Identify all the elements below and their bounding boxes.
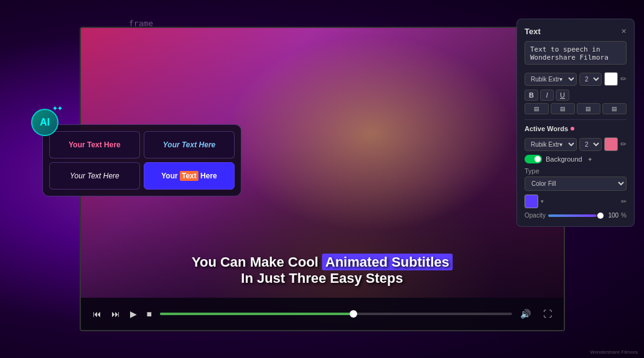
align-row: ▤ ▤ ▤ ▤ [525, 103, 627, 114]
style-item-4-pre: Your [161, 172, 180, 180]
align-right-button[interactable]: ▤ [577, 103, 601, 114]
text-panel: Text ✕ Text to speech in Wondershare Fil… [516, 19, 635, 227]
bg-toggle-label: Background [546, 155, 582, 163]
opacity-filled [548, 214, 596, 217]
opacity-percent: % [621, 212, 627, 219]
pencil-icon[interactable]: ✏ [621, 198, 627, 206]
ai-label: AI [40, 117, 50, 128]
color-row: ▾ ✏ [525, 195, 627, 208]
bg-color-picker[interactable] [525, 195, 538, 208]
opacity-row: Opacity 100 % [525, 212, 627, 219]
font-select-2[interactable]: Rubik Extr▾ [525, 138, 577, 151]
style-item-4-highlight: Text [180, 171, 198, 181]
progress-filled [160, 313, 353, 315]
opacity-slider[interactable] [548, 214, 601, 217]
opacity-label: Opacity [525, 212, 546, 219]
active-words-color-picker[interactable] [604, 137, 618, 151]
fullscreen-button[interactable]: ⛶ [541, 307, 554, 321]
style-item-2-label: Your Text Here [163, 140, 215, 149]
type-label: Type [525, 167, 627, 175]
opacity-thumb[interactable] [597, 213, 604, 219]
style-item-3[interactable]: Your Text Here [49, 162, 140, 190]
bold-button[interactable]: B [525, 90, 538, 101]
subtitle-container: You Can Make Cool Animated Subtitles In … [192, 254, 452, 287]
font-size-select[interactable]: 25 [579, 73, 602, 86]
edit-icon[interactable]: ✏ [620, 75, 627, 83]
rewind-button[interactable]: ⏮ [91, 307, 103, 321]
style-grid: Your Text Here Your Text Here Your Text … [49, 131, 235, 190]
progress-thumb[interactable] [350, 310, 357, 318]
text-color-picker[interactable] [604, 72, 618, 86]
panel-title: Text [525, 27, 541, 36]
panel-close-button[interactable]: ✕ [621, 27, 627, 35]
ai-badge: AI ✦✦ [31, 109, 58, 136]
panel-header: Text ✕ [525, 27, 627, 36]
progress-bar[interactable] [160, 313, 512, 315]
style-item-2[interactable]: Your Text Here [144, 131, 235, 158]
chevron-down-icon[interactable]: ▾ [541, 198, 544, 204]
active-words-indicator [571, 127, 574, 131]
font-select[interactable]: Rubik Extr▾ [525, 73, 577, 86]
ai-sparkles-icon: ✦✦ [52, 105, 62, 112]
ai-circle[interactable]: AI ✦✦ [31, 109, 58, 136]
active-words-label: Active Words [525, 125, 568, 132]
style-item-4[interactable]: Your Text Here [144, 162, 235, 190]
font-row-2: Rubik Extr▾ 25 ✏ [525, 137, 627, 151]
style-item-3-label: Your Text Here [70, 172, 119, 180]
section-divider-1 [525, 119, 627, 120]
align-center-button[interactable]: ▤ [551, 103, 575, 114]
underline-button[interactable]: U [556, 90, 569, 101]
style-item-1[interactable]: Your Text Here [49, 131, 140, 158]
type-select[interactable]: Color Fill [525, 177, 627, 191]
italic-button[interactable]: I [540, 90, 554, 101]
watermark: Wondershare Filmora [590, 349, 638, 355]
align-justify-button[interactable]: ▤ [602, 103, 627, 114]
prev-frame-button[interactable]: ⏭ [110, 307, 122, 321]
subtitle-highlight: Animated Subtitles [322, 254, 452, 270]
video-controls-bar: ⏮ ⏭ ▶ ■ 🔊 ⛶ [81, 298, 564, 330]
font-size-select-2[interactable]: 25 [579, 138, 602, 151]
toggle-knob [534, 156, 541, 162]
subtitle-line1: You Can Make Cool Animated Subtitles [192, 254, 452, 270]
opacity-value: 100 [604, 212, 618, 219]
subtitle-pre-text: You Can Make Cool [192, 254, 322, 270]
bg-toggle-row: Background ✦ [525, 155, 627, 163]
subtitle-line2: In Just Three Easy Steps [192, 270, 452, 287]
text-input[interactable]: Text to speech in Wondershare Filmora [525, 41, 627, 65]
style-selector-panel: Your Text Here Your Text Here Your Text … [42, 124, 241, 196]
bg-toggle-switch[interactable] [525, 155, 542, 163]
align-left-button[interactable]: ▤ [525, 103, 549, 114]
play-button[interactable]: ▶ [128, 307, 139, 321]
volume-button[interactable]: 🔊 [518, 307, 533, 321]
edit-icon-2[interactable]: ✏ [620, 140, 627, 149]
stop-button[interactable]: ■ [145, 307, 154, 321]
bg-star-icon: ✦ [587, 156, 592, 163]
format-row: B I U [525, 90, 627, 101]
active-words-header: Active Words [525, 125, 627, 132]
style-item-4-post: Here [198, 172, 217, 180]
font-row: Rubik Extr▾ 25 ✏ [525, 72, 627, 86]
style-item-1-label: Your Text Here [68, 140, 121, 149]
